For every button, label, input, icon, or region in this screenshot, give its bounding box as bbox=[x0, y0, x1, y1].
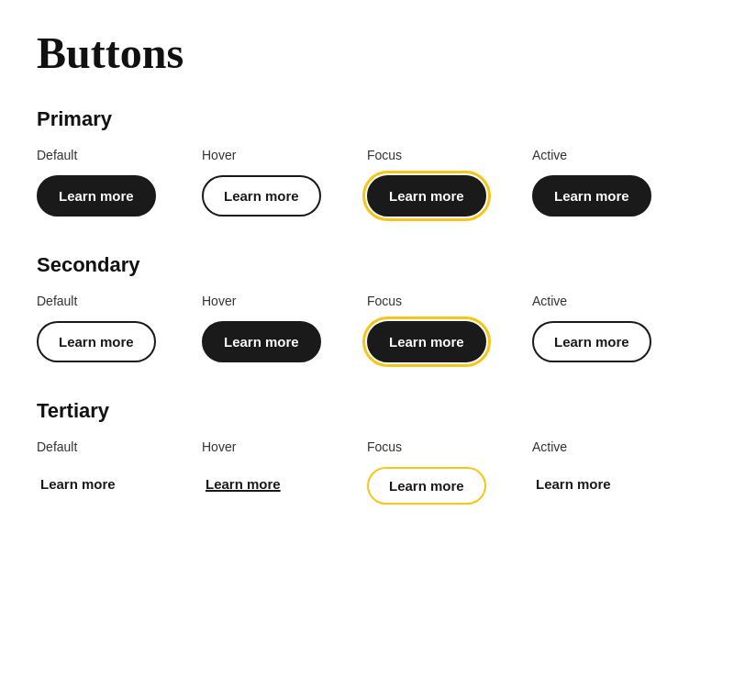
tertiary-hover-label: Hover bbox=[202, 439, 236, 454]
secondary-default-label: Default bbox=[37, 294, 77, 308]
secondary-default-cell: Default Learn more bbox=[37, 294, 202, 362]
primary-default-button[interactable]: Learn more bbox=[37, 175, 156, 217]
secondary-section: Secondary Default Learn more Hover Learn… bbox=[37, 253, 697, 362]
tertiary-section-title: Tertiary bbox=[37, 399, 697, 423]
page-title: Buttons bbox=[37, 28, 697, 78]
tertiary-focus-label: Focus bbox=[367, 439, 402, 454]
secondary-button-row: Default Learn more Hover Learn more Focu… bbox=[37, 294, 697, 362]
primary-active-label: Active bbox=[532, 148, 567, 162]
primary-active-button[interactable]: Learn more bbox=[532, 175, 651, 217]
tertiary-active-button[interactable]: Learn more bbox=[532, 467, 615, 501]
primary-hover-cell: Hover Learn more bbox=[202, 148, 367, 217]
secondary-default-button[interactable]: Learn more bbox=[37, 321, 156, 362]
tertiary-default-cell: Default Learn more bbox=[37, 439, 202, 501]
secondary-hover-cell: Hover Learn more bbox=[202, 294, 367, 362]
primary-default-label: Default bbox=[37, 148, 77, 162]
secondary-active-cell: Active Learn more bbox=[532, 294, 697, 362]
secondary-focus-label: Focus bbox=[367, 294, 402, 308]
tertiary-button-row: Default Learn more Hover Learn more Focu… bbox=[37, 439, 697, 505]
primary-default-cell: Default Learn more bbox=[37, 148, 202, 217]
secondary-active-button[interactable]: Learn more bbox=[532, 321, 651, 362]
secondary-hover-label: Hover bbox=[202, 294, 236, 308]
tertiary-default-button[interactable]: Learn more bbox=[37, 467, 119, 501]
primary-hover-label: Hover bbox=[202, 148, 236, 162]
tertiary-active-cell: Active Learn more bbox=[532, 439, 697, 501]
secondary-focus-cell: Focus Learn more bbox=[367, 294, 532, 362]
tertiary-active-label: Active bbox=[532, 439, 567, 454]
secondary-hover-button[interactable]: Learn more bbox=[202, 321, 321, 362]
primary-focus-label: Focus bbox=[367, 148, 402, 162]
primary-button-row: Default Learn more Hover Learn more Focu… bbox=[37, 148, 697, 217]
secondary-active-label: Active bbox=[532, 294, 567, 308]
secondary-section-title: Secondary bbox=[37, 253, 697, 277]
primary-active-cell: Active Learn more bbox=[532, 148, 697, 217]
secondary-focus-button[interactable]: Learn more bbox=[367, 321, 486, 362]
primary-section-title: Primary bbox=[37, 107, 697, 131]
tertiary-focus-cell: Focus Learn more bbox=[367, 439, 532, 505]
tertiary-hover-cell: Hover Learn more bbox=[202, 439, 367, 501]
tertiary-section: Tertiary Default Learn more Hover Learn … bbox=[37, 399, 697, 505]
primary-hover-button[interactable]: Learn more bbox=[202, 175, 321, 217]
primary-focus-cell: Focus Learn more bbox=[367, 148, 532, 217]
primary-section: Primary Default Learn more Hover Learn m… bbox=[37, 107, 697, 217]
tertiary-default-label: Default bbox=[37, 439, 77, 454]
tertiary-hover-button[interactable]: Learn more bbox=[202, 467, 284, 501]
tertiary-focus-button[interactable]: Learn more bbox=[367, 467, 486, 505]
primary-focus-button[interactable]: Learn more bbox=[367, 175, 486, 217]
